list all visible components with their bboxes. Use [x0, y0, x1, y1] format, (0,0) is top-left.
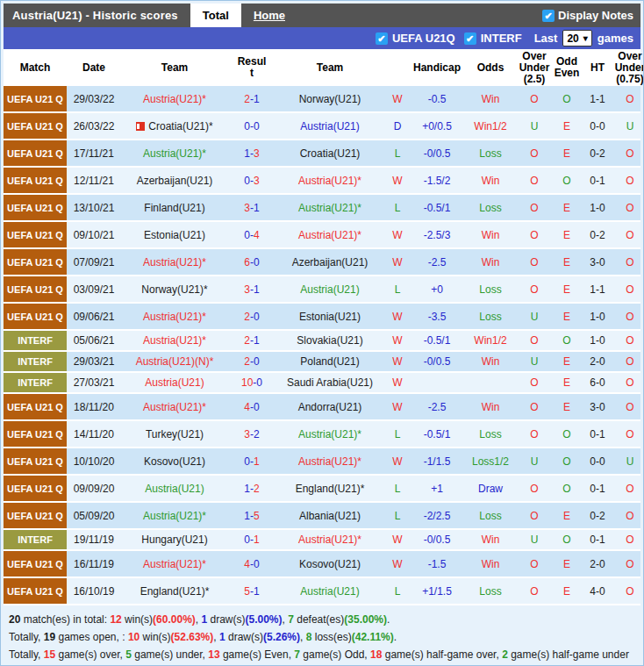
header-ht: HT: [583, 62, 612, 74]
table-row: INTERF19/11/19Hungary(U21)0-1Austria(U21…: [4, 530, 640, 551]
table-row: INTERF27/03/21Austria(U21)10-0Saudi Arab…: [4, 373, 640, 394]
games-count-dropdown[interactable]: 20 ▾: [562, 30, 591, 47]
header-result: Result: [228, 56, 275, 79]
half-time-score: 1-0: [583, 202, 612, 214]
table-row: UEFA U21 Q16/11/19Austria(U21)*4-0Kosovo…: [4, 551, 640, 578]
over-under-075: O: [612, 334, 644, 347]
over-under-25: O: [518, 585, 551, 598]
handicap-value: -0/0.5: [411, 534, 463, 546]
home-team: Austria(U21)*: [121, 510, 228, 522]
odd-even: E: [551, 585, 583, 598]
odds-result: Win: [463, 558, 518, 570]
match-score: 4-0: [228, 401, 275, 413]
odd-even: E: [551, 256, 583, 269]
away-team: Austria(U21): [275, 283, 384, 296]
home-team: Austria(U21): [121, 483, 228, 495]
handicap-value: -0.5: [411, 93, 463, 105]
result-letter: W: [384, 355, 411, 368]
table-row: UEFA U21 Q07/09/21Austria(U21)*6-0Azerba…: [4, 249, 640, 276]
over-under-25: O: [518, 229, 551, 241]
match-score: 5-1: [228, 585, 275, 598]
result-letter: L: [384, 283, 411, 296]
away-team: Austria(U21)*: [275, 428, 384, 440]
uefa-u21q-checkbox[interactable]: ✔: [376, 32, 388, 45]
match-date: 18/11/20: [67, 401, 121, 413]
display-notes-label: Display Notes: [558, 9, 633, 22]
result-letter: L: [384, 202, 411, 214]
over-under-075: O: [612, 585, 644, 598]
odds-result: Draw: [463, 483, 518, 495]
match-date: 14/11/20: [67, 428, 121, 440]
table-row: UEFA U21 Q26/03/22Croatia(U21)*0-0Austri…: [4, 113, 640, 140]
away-team: Austria(U21): [275, 585, 384, 598]
over-under-25: U: [518, 534, 551, 546]
summary: 20 match(es) in total: 12 win(s)(60.00%)…: [4, 605, 640, 663]
result-letter: L: [384, 585, 411, 598]
league-badge: UEFA U21 Q: [4, 448, 67, 474]
result-letter: W: [384, 229, 411, 241]
league-badge: UEFA U21 Q: [4, 140, 67, 166]
result-letter: L: [384, 428, 411, 440]
table-row: UEFA U21 Q09/09/20Austria(U21)1-2England…: [4, 476, 640, 503]
half-time-score: 0-1: [583, 534, 612, 546]
odds-result: Loss: [463, 510, 518, 522]
odds-result: Loss: [463, 311, 518, 323]
league-badge: INTERF: [4, 331, 67, 350]
handicap-value: +0: [411, 283, 463, 296]
over-under-25: O: [518, 202, 551, 214]
match-score: 3-1: [228, 283, 275, 296]
match-date: 10/10/20: [67, 455, 121, 468]
home-team: Austria(U21)*: [121, 334, 228, 347]
match-date: 05/06/21: [67, 334, 121, 347]
handicap-value: -0.5/1: [411, 202, 463, 214]
away-team: Estonia(U21): [275, 311, 384, 323]
tab-home[interactable]: Home: [241, 4, 297, 27]
league-badge: UEFA U21 Q: [4, 551, 67, 576]
result-letter: W: [384, 401, 411, 413]
match-score: 1-2: [228, 483, 275, 495]
odds-result: Win: [463, 175, 518, 187]
table-row: INTERF29/03/21Austria(U21)(N)*2-0Poland(…: [4, 352, 640, 373]
interf-checkbox[interactable]: ✔: [464, 32, 476, 45]
over-under-075: O: [612, 202, 644, 214]
tab-total[interactable]: Total: [190, 4, 241, 27]
league-badge: UEFA U21 Q: [4, 113, 67, 139]
away-team: Austria(U21)*: [275, 175, 384, 187]
league-badge: UEFA U21 Q: [4, 421, 67, 447]
display-notes-checkbox[interactable]: ✔: [542, 10, 555, 22]
odds-result: Win: [463, 256, 518, 269]
half-time-score: 1-0: [583, 334, 612, 347]
odds-result: Win: [463, 229, 518, 241]
odds-result: Win: [463, 401, 518, 413]
match-score: 4-0: [228, 558, 275, 570]
odds-result: Loss: [463, 283, 518, 296]
handicap-value: -0.5/1: [411, 334, 463, 347]
odds-result: Win1/2: [463, 120, 518, 132]
handicap-value: -2.5: [411, 401, 463, 413]
header-team-home: Team: [121, 62, 228, 74]
uefa-u21q-label: UEFA U21Q: [392, 32, 455, 45]
half-time-score: 1-1: [583, 93, 612, 105]
handicap-value: -0/0.5: [411, 355, 463, 368]
over-under-25: O: [518, 376, 551, 389]
header-date: Date: [67, 62, 121, 74]
result-letter: W: [384, 558, 411, 570]
summary-line: Totally, 15 game(s) over, 5 game(s) unde…: [9, 646, 640, 663]
odd-even: E: [551, 510, 583, 522]
match-date: 12/11/21: [67, 175, 121, 187]
match-score: 10-0: [228, 376, 275, 389]
over-under-075: O: [612, 175, 644, 187]
over-under-075: O: [612, 510, 644, 522]
games-label: games: [597, 32, 633, 45]
handicap-value: -2.5/3: [411, 229, 463, 241]
over-under-075: O: [612, 355, 644, 368]
odds-result: Win: [463, 534, 518, 546]
handicap-value: -3.5: [411, 311, 463, 323]
away-team: Andorra(U21): [275, 401, 384, 413]
odd-even: E: [551, 558, 583, 570]
match-date: 13/10/21: [67, 202, 121, 214]
league-badge: UEFA U21 Q: [4, 86, 67, 111]
match-score: 2-1: [228, 93, 275, 105]
over-under-075: O: [612, 401, 644, 413]
away-team: Albania(U21): [275, 510, 384, 522]
